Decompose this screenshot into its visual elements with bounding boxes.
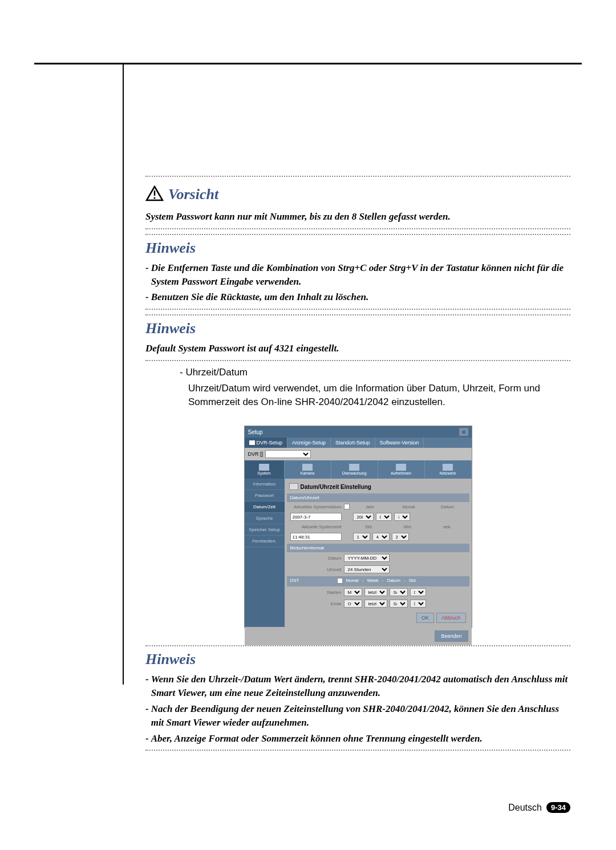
sidebar-item-datum-zeit[interactable]: Datum/Zeit [245, 501, 285, 513]
checkbox-date[interactable] [344, 504, 350, 509]
beenden-button[interactable]: Beenden [435, 630, 468, 642]
divider [145, 176, 570, 177]
ok-button[interactable]: OK [416, 613, 434, 623]
vorsicht-title: Vorsicht [168, 186, 218, 203]
content-header: Datum/Uhrzeit Einstellung [287, 481, 469, 492]
tab-software-version[interactable]: Software-Version [375, 438, 424, 448]
camera-icon [302, 464, 313, 471]
label-sek: sek. [429, 524, 466, 529]
row-uhrzeit-format: Uhrzeit 24 Stunden [287, 564, 469, 575]
top-icon-aufnehmen[interactable]: Aufnehmen [378, 460, 425, 479]
hinweis3-item3: - Aber, Anzeige Format oder Sommerzeit k… [145, 732, 570, 746]
section-bildschirmformat: Bildschirmformat [287, 544, 469, 552]
select-end-hour[interactable]: 01 [410, 600, 426, 608]
hinweis3-item2: - Nach der Beendigung der neuen Zeiteins… [145, 702, 570, 730]
sidebar-item-fernbedien[interactable]: Fernbedien. [245, 536, 285, 547]
select-end-day[interactable]: Son [390, 600, 408, 608]
section-datum-uhrzeit: Datum/Uhrzeit [287, 493, 469, 502]
label-datum: Datum [429, 504, 466, 509]
page-footer: Deutsch 9-34 [508, 802, 570, 813]
select-end-week[interactable]: letztes [364, 600, 387, 608]
select-start-hour[interactable]: 01 [410, 588, 426, 596]
dvr-label: DVR [] [248, 451, 264, 457]
label-datum-format: Datum [290, 556, 342, 561]
select-hour[interactable]: 11 [353, 533, 370, 541]
label-monat: Monat [391, 504, 427, 509]
hinweis3-item1: - Wenn Sie den Uhrzeit-/Datum Wert änder… [145, 673, 570, 700]
vorsicht-heading: Vorsicht [145, 181, 570, 208]
top-icon-system[interactable]: System [245, 460, 285, 479]
hinweis3-title: Hinweis [145, 651, 570, 668]
setup-dialog-screenshot: Setup ✕ DVR-Setup Anzeige-Setup Standort… [244, 426, 472, 628]
select-min[interactable]: 48 [372, 533, 390, 541]
top-icon-kamera[interactable]: Kamera [285, 460, 331, 479]
section-dst: DST Monat- Week- Datum- Std. [287, 576, 469, 586]
label-systemdatum: Aktuelles Systemdatum [290, 504, 342, 509]
hinweis2-title: Hinweis [145, 320, 570, 337]
select-time-format[interactable]: 24 Stunden [344, 565, 390, 573]
dialog-buttons: OK Abbruch [287, 609, 469, 626]
select-start-month[interactable]: Mrz [344, 588, 362, 596]
row-systemzeit-values: 11 48 29 [287, 531, 469, 543]
calendar-icon [289, 483, 298, 490]
divider [145, 645, 570, 646]
row-datum-format: Datum YYYY-MM-DD [287, 552, 469, 564]
row-systemzeit-labels: Aktuelle Systemzeit Std. Min. sek. [287, 523, 469, 531]
footer-page-number: 9-34 [546, 802, 570, 813]
select-day[interactable]: 7 [394, 513, 410, 521]
label-std: Std. [351, 524, 388, 529]
tab-anzeige-setup[interactable]: Anzeige-Setup [287, 438, 331, 448]
dvr-select[interactable] [265, 450, 311, 458]
select-sec[interactable]: 29 [392, 533, 409, 541]
page-top-border [34, 63, 582, 64]
row-dst-ende: Ende Okt letztes Son 01 [287, 598, 469, 609]
tab-icon [249, 440, 255, 445]
input-date[interactable] [290, 513, 342, 521]
network-icon [443, 464, 453, 471]
tab-dvr-setup[interactable]: DVR-Setup [245, 438, 288, 448]
sidebar-item-sprache[interactable]: Sprache [245, 513, 285, 524]
hinweis1-item2: - Benutzen Sie die Rücktaste, um den Inh… [145, 290, 570, 304]
abbruch-button[interactable]: Abbruch [436, 613, 466, 623]
sidebar-item-speicher[interactable]: Speicher Setup [245, 524, 285, 536]
select-end-month[interactable]: Okt [344, 600, 362, 608]
monitor-icon [349, 464, 359, 471]
tab-standort-setup[interactable]: Standort-Setup [331, 438, 375, 448]
top-icon-row: System Kamera Überwachung Aufnehmen Netz… [245, 460, 472, 479]
label-starten: Starten [290, 590, 342, 595]
warning-icon [145, 185, 164, 204]
label-uhrzeit-format: Uhrzeit [290, 567, 342, 572]
label-systemzeit: Aktuelle Systemzeit [290, 524, 342, 529]
select-start-week[interactable]: letztes [364, 588, 387, 596]
sidebar-item-passwort[interactable]: Passwort [245, 490, 285, 501]
label-min: Min. [390, 524, 427, 529]
divider [145, 360, 570, 361]
vorsicht-text: System Passwort kann nur mit Nummer, bis… [145, 210, 570, 224]
main-content: Vorsicht System Passwort kann nur mit Nu… [145, 171, 570, 755]
dvr-select-row: DVR [] [245, 448, 472, 460]
sidebar-item-information[interactable]: Information [245, 479, 285, 490]
label-jahr: Jahr [352, 504, 388, 509]
select-year[interactable]: 2007 [353, 513, 374, 521]
row-systemdatum-labels: Aktuelles Systemdatum Jahr Monat Datum [287, 502, 469, 511]
divider [145, 234, 570, 235]
select-start-day[interactable]: Son [390, 588, 408, 596]
input-time[interactable] [290, 533, 342, 541]
hinweis2-text: Default System Passwort ist auf 4321 ein… [145, 342, 570, 355]
select-date-format[interactable]: YYYY-MM-DD [344, 554, 390, 562]
close-icon[interactable]: ✕ [459, 428, 468, 436]
uhrzeit-datum-head: - Uhrzeit/Datum [180, 366, 570, 379]
top-icon-uberwachung[interactable]: Überwachung [331, 460, 378, 479]
system-icon [259, 464, 269, 471]
divider [145, 309, 570, 310]
row-systemdatum-values: 2007 03 7 [287, 511, 469, 523]
checkbox-dst[interactable] [337, 578, 343, 584]
svg-point-1 [153, 197, 155, 199]
uhrzeit-datum-text: Uhrzeit/Datum wird verwendet, um die Inf… [188, 382, 570, 409]
divider [145, 314, 570, 315]
dialog-footer: Beenden [245, 627, 472, 645]
page-vertical-rule [123, 63, 124, 685]
label-ende: Ende [290, 601, 342, 606]
select-month[interactable]: 03 [376, 513, 392, 521]
top-icon-netzwerk[interactable]: Netzwerk [425, 460, 472, 479]
